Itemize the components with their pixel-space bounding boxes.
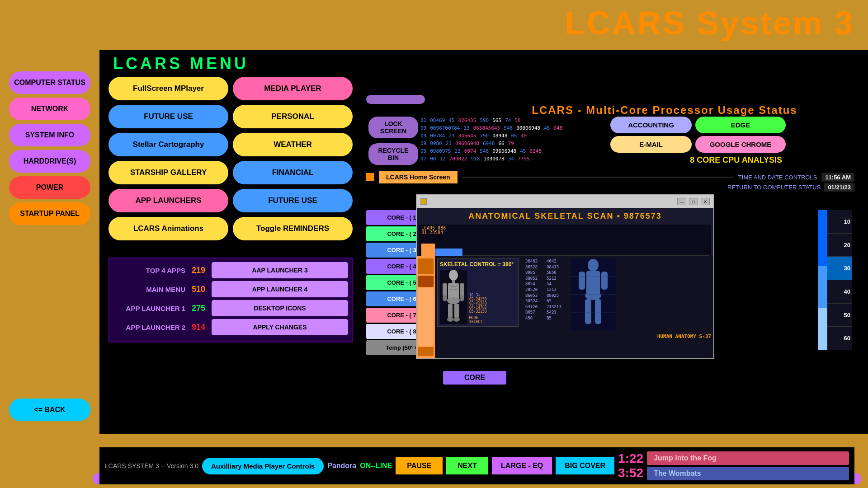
- menu-btn-future-use-1[interactable]: FUTURE USE: [108, 105, 228, 128]
- shortcut-label-4: APP LAUNCHER 2: [113, 324, 185, 331]
- scale-num-40: 40: [844, 288, 850, 295]
- accounting-btn[interactable]: ACCOUNTING: [610, 117, 692, 133]
- scale-seg-40: 40: [827, 280, 852, 304]
- menu-btn-stellar-cartography[interactable]: Stellar Cartography: [108, 133, 228, 156]
- menu-btn-fullscreen-mplayer[interactable]: FullScreen MPlayer: [108, 77, 228, 100]
- big-cover-btn[interactable]: BIG COVER: [556, 457, 614, 474]
- shortcut-row-2: MAIN MENU 510 APP LAUNCHER 4: [113, 281, 348, 297]
- deco-mid-hbar: [366, 95, 425, 104]
- lcars-id-2: 81-23584: [421, 230, 443, 235]
- edge-btn[interactable]: EDGE: [695, 117, 786, 133]
- eight-core-label: 8 CORE CPU ANALYSIS: [610, 155, 782, 165]
- large-eq-btn[interactable]: LARGE - EQ: [492, 457, 552, 474]
- lock-recycle-area: LOCK SCREEN RECYCLE BIN: [368, 117, 418, 168]
- elapsed-time: 1:22: [618, 451, 643, 466]
- skeletal-id-6: B5-32150: [469, 310, 516, 314]
- left-sidebar: COMPUTER STATUS NETWORK SYSTEM INFO HARD…: [0, 50, 99, 434]
- shortcut-num-3: 275: [187, 304, 210, 313]
- sidebar-btn-computer-status[interactable]: COMPUTER STATUS: [9, 71, 90, 94]
- window-minimize-btn[interactable]: —: [677, 198, 686, 205]
- menu-row-5: APP LAUNCHERS FUTURE USE: [108, 189, 353, 212]
- scale-num-60: 60: [844, 335, 850, 342]
- window-icon: [420, 198, 427, 205]
- skeletal-data-right: 36463 86528 8985 88052 8854 20520 B6052 …: [525, 258, 711, 340]
- menu-btn-personal[interactable]: PERSONAL: [233, 105, 353, 128]
- scale-color-bar: [818, 210, 827, 350]
- core-label-core2: CORE: [443, 371, 506, 385]
- svg-rect-13: [454, 304, 459, 318]
- window-controls: — □ ✕: [677, 198, 710, 205]
- menu-btn-media-player[interactable]: MEDIA PLAYER: [233, 77, 353, 100]
- data-numbers-display: 81 08469 45 026435 590 565 74 58 09 0098…: [420, 117, 610, 163]
- song-info: Jump into the Fog The Wombats: [647, 451, 849, 480]
- sidebar-btn-power[interactable]: POWER: [9, 176, 90, 199]
- window-titlebar: — □ ✕: [417, 195, 713, 208]
- shortcut-btn-4[interactable]: APPLY CHANGES: [212, 319, 348, 335]
- chrome-btn[interactable]: GOOGLE CHROME: [695, 136, 786, 153]
- recycle-bin-btn[interactable]: RECYCLE BIN: [368, 143, 418, 165]
- skeletal-window: — □ ✕ ANATOMICAL SKELETAL SCAN • 9876573: [416, 194, 714, 359]
- shortcut-row-4: APP LAUNCHER 2 914 APPLY CHANGES: [113, 319, 348, 335]
- email-btn[interactable]: E-MAIL: [610, 136, 692, 153]
- pause-btn[interactable]: PAUSE: [396, 457, 443, 474]
- sidebar-btn-system-info[interactable]: SYSTEM INFO: [9, 124, 90, 146]
- home-spacer: [462, 177, 734, 178]
- lcars-menu-panel: LCARS MENU FullScreen MPlayer MEDIA PLAY…: [99, 50, 362, 357]
- sidebar-btn-harddrive[interactable]: HARDDRIVE(S): [9, 150, 90, 173]
- sidebar-btn-network[interactable]: NETWORK: [9, 98, 90, 120]
- shortcut-row-1: TOP 4 APPS 219 AAP LAUNCHER 3: [113, 262, 348, 278]
- menu-btn-toggle-reminders[interactable]: Toggle REMINDERS: [233, 217, 353, 240]
- menu-btn-lcars-animations[interactable]: LCARS Animations: [108, 217, 228, 240]
- bottom-inner: LCARS SYSTEM 3 -- Version 3.0 Auxilliary…: [99, 447, 854, 484]
- shortcut-num-4: 914: [187, 323, 210, 332]
- shortcut-label-3: APP LAUNCHER 1: [113, 305, 185, 312]
- menu-btn-weather[interactable]: WEATHER: [233, 133, 353, 156]
- window-close-btn[interactable]: ✕: [701, 198, 710, 205]
- svg-point-11: [447, 297, 460, 304]
- svg-point-17: [588, 259, 599, 272]
- shortcuts-panel: TOP 4 APPS 219 AAP LAUNCHER 3 MAIN MENU …: [108, 258, 353, 343]
- menu-btn-starship-gallery[interactable]: STARSHIP GALLERY: [108, 161, 228, 184]
- svg-rect-20: [601, 272, 608, 290]
- lock-screen-btn[interactable]: LOCK SCREEN: [368, 117, 418, 138]
- shortcut-btn-2[interactable]: APP LAUNCHER 4: [212, 281, 348, 297]
- scale-panel-right: 10 20 30 40 50 60: [827, 210, 852, 350]
- svg-point-10: [460, 295, 464, 301]
- menu-btn-future-use-2[interactable]: FUTURE USE: [233, 189, 353, 212]
- skeletal-control-box: SKELETAL CONTROL = 380°: [437, 258, 519, 327]
- skeletal-left-sidebar: [417, 256, 435, 358]
- next-btn[interactable]: NEXT: [446, 457, 488, 474]
- date-value: 01/21/23: [824, 183, 854, 192]
- song-artist: The Wombats: [647, 467, 849, 480]
- menu-btn-financial[interactable]: FINANCIAL: [233, 161, 353, 184]
- home-screen-btn[interactable]: LCARS Home Screen: [379, 171, 458, 183]
- media-controls-btn[interactable]: Auxilliary Media Player Controls: [202, 458, 324, 474]
- scan-graph-area: LCARS 086 81-23584: [419, 225, 711, 256]
- window-maximize-btn[interactable]: □: [689, 198, 698, 205]
- time-value: 11:56 AM: [821, 173, 854, 182]
- scale-seg-20: 20: [827, 234, 852, 257]
- version-text: LCARS SYSTEM 3 -- Version 3.0: [105, 462, 198, 469]
- shortcut-label-1: TOP 4 APPS: [113, 267, 185, 274]
- menu-row-6: LCARS Animations Toggle REMINDERS: [108, 217, 353, 240]
- menu-btn-app-launchers[interactable]: APP LAUNCHERS: [108, 189, 228, 212]
- home-screen-row: LCARS Home Screen TIME AND DATE CONTROLS…: [366, 171, 854, 183]
- menu-row-4: STARSHIP GALLERY FINANCIAL: [108, 161, 353, 184]
- scale-seg-60: 60: [827, 327, 852, 350]
- sidebar-btn-back[interactable]: <= BACK: [9, 399, 90, 421]
- shortcut-num-2: 510: [187, 285, 210, 294]
- shortcut-btn-3[interactable]: DESKTOP ICONS: [212, 300, 348, 316]
- svg-rect-1: [452, 280, 455, 284]
- shortcut-row-3: APP LAUNCHER 1 275 DESKTOP ICONS: [113, 300, 348, 316]
- lcars-menu-title: LCARS MENU: [113, 54, 249, 73]
- skeletal-main-area: SKELETAL CONTROL = 380°: [435, 256, 713, 358]
- svg-rect-7: [443, 283, 447, 297]
- svg-point-9: [443, 295, 447, 301]
- sidebar-btn-startup[interactable]: STARTUP PANEL: [9, 202, 90, 225]
- scale-seg-10: 10: [827, 210, 852, 234]
- human-silhouette: [571, 258, 616, 331]
- skeleton-svg-left: [440, 270, 467, 324]
- shortcut-btn-1[interactable]: AAP LAUNCHER 3: [212, 262, 348, 278]
- svg-point-0: [449, 270, 458, 281]
- processor-subtitle-area: LCARS - Multi-Core Processor Usage Statu…: [470, 104, 859, 117]
